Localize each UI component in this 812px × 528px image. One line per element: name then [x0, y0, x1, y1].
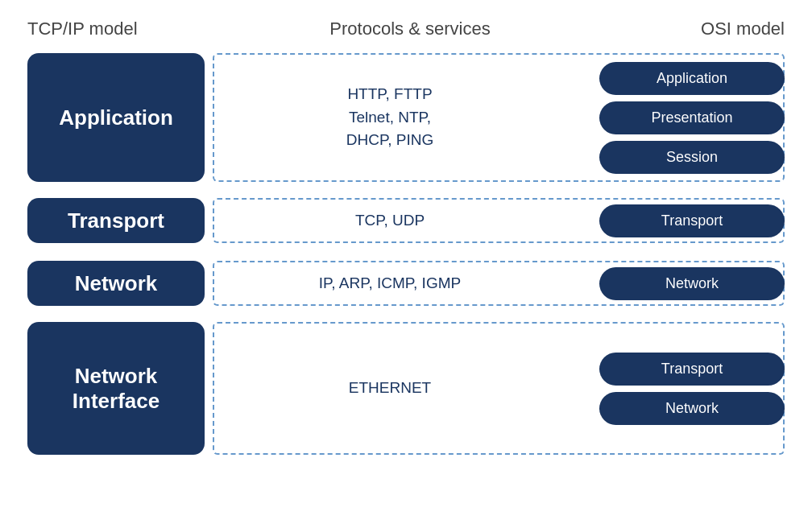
osi-block-session: Session: [599, 141, 785, 174]
layer-row-network-interface: Network Interface ETHERNET Transport Net…: [27, 318, 785, 459]
layer-row-network: Network IP, ARP, ICMP, IGMP Network: [27, 255, 785, 311]
osi-column-transport: Transport: [575, 204, 785, 237]
tcpip-transport-block: Transport: [27, 198, 205, 243]
osi-block-netinterface-network: Network: [599, 392, 785, 425]
tcpip-network-interface-block: Network Interface: [27, 322, 205, 455]
osi-block-network: Network: [599, 267, 785, 300]
osi-header: OSI model: [567, 19, 785, 39]
protocol-text-network: IP, ARP, ICMP, IGMP: [221, 272, 559, 295]
rows-container: Application HTTP, FTTPTelnet, NTP,DHCP, …: [27, 49, 785, 509]
osi-column-network-interface: Transport Network: [575, 353, 785, 425]
tcpip-network-block: Network: [27, 261, 205, 306]
osi-block-application: Application: [599, 62, 785, 95]
osi-block-netinterface-transport: Transport: [599, 353, 785, 386]
osi-column-network: Network: [575, 267, 785, 300]
tcpip-header: TCP/IP model: [27, 19, 253, 39]
layer-row-application: Application HTTP, FTTPTelnet, NTP,DHCP, …: [27, 49, 785, 186]
protocol-text-transport: TCP, UDP: [221, 209, 559, 233]
osi-block-presentation: Presentation: [599, 101, 785, 134]
diagram-container: TCP/IP model Protocols & services OSI mo…: [11, 10, 801, 518]
tcpip-application-block: Application: [27, 53, 205, 182]
layer-row-transport: Transport TCP, UDP Transport: [27, 192, 785, 249]
protocols-header: Protocols & services: [253, 19, 567, 39]
osi-block-transport: Transport: [599, 204, 785, 237]
protocol-text-network-interface: ETHERNET: [221, 377, 559, 400]
protocol-text-application: HTTP, FTTPTelnet, NTP,DHCP, PING: [221, 83, 559, 152]
header-row: TCP/IP model Protocols & services OSI mo…: [27, 19, 785, 39]
osi-column-application: Application Presentation Session: [575, 62, 785, 174]
